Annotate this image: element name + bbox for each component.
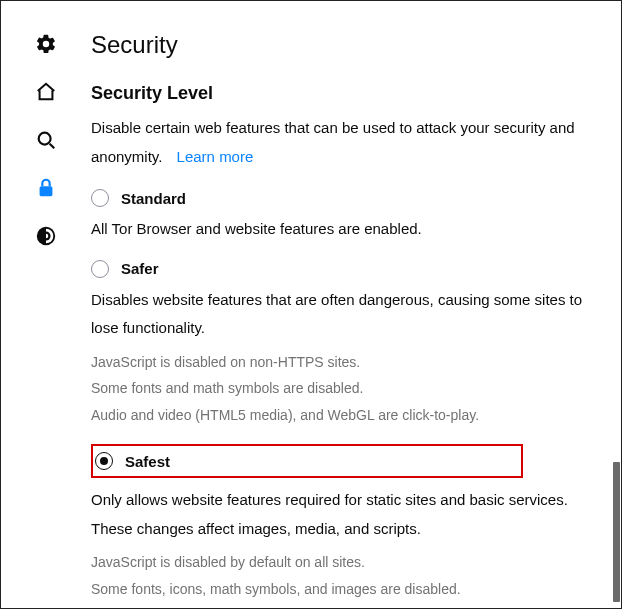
scrollbar-thumb[interactable] (613, 462, 620, 602)
radio-standard[interactable] (91, 189, 109, 207)
svg-rect-2 (40, 186, 53, 196)
option-standard: Standard All Tor Browser and website fea… (91, 189, 613, 244)
option-safest-desc: Only allows website features required fo… (91, 486, 613, 543)
sidebar-item-home[interactable] (35, 81, 57, 103)
svg-point-0 (39, 133, 51, 145)
option-safer-detail-2: Some fonts and math symbols are disabled… (91, 375, 613, 402)
option-standard-label: Standard (121, 190, 186, 207)
option-safest-detail-3: Audio and video (HTML5 media), and WebGL… (91, 602, 613, 608)
option-safest-highlight[interactable]: Safest (91, 444, 523, 478)
sidebar-item-tor[interactable] (35, 225, 57, 247)
page-title: Security (91, 31, 613, 59)
option-standard-head[interactable]: Standard (91, 189, 613, 207)
option-safest-label: Safest (125, 453, 170, 470)
sidebar-item-privacy[interactable] (35, 177, 57, 199)
scrollbar[interactable] (611, 2, 620, 607)
option-safer-detail-1: JavaScript is disabled on non-HTTPS site… (91, 349, 613, 376)
option-safer-label: Safer (121, 260, 159, 277)
search-icon (35, 129, 57, 151)
radio-safest[interactable] (95, 452, 113, 470)
option-safer-head[interactable]: Safer (91, 260, 613, 278)
settings-sidebar (1, 1, 91, 608)
gear-icon (35, 33, 57, 55)
security-level-description: Disable certain web features that can be… (91, 114, 613, 171)
option-safest: Safest Only allows website features requ… (91, 444, 613, 608)
option-safer: Safer Disables website features that are… (91, 260, 613, 429)
security-level-description-text: Disable certain web features that can be… (91, 119, 575, 165)
lock-icon (35, 177, 57, 199)
option-standard-desc: All Tor Browser and website features are… (91, 215, 613, 244)
option-safest-detail-1: JavaScript is disabled by default on all… (91, 549, 613, 576)
option-safest-detail-2: Some fonts, icons, math symbols, and ima… (91, 576, 613, 603)
sidebar-item-search[interactable] (35, 129, 57, 151)
learn-more-link[interactable]: Learn more (177, 148, 254, 165)
main-content: Security Security Level Disable certain … (91, 1, 621, 608)
security-level-heading: Security Level (91, 83, 613, 104)
onion-icon (35, 225, 57, 247)
option-safer-detail-3: Audio and video (HTML5 media), and WebGL… (91, 402, 613, 429)
svg-line-1 (50, 144, 55, 149)
home-icon (35, 81, 57, 103)
option-safer-desc: Disables website features that are often… (91, 286, 613, 343)
radio-safer[interactable] (91, 260, 109, 278)
sidebar-item-general[interactable] (35, 33, 57, 55)
